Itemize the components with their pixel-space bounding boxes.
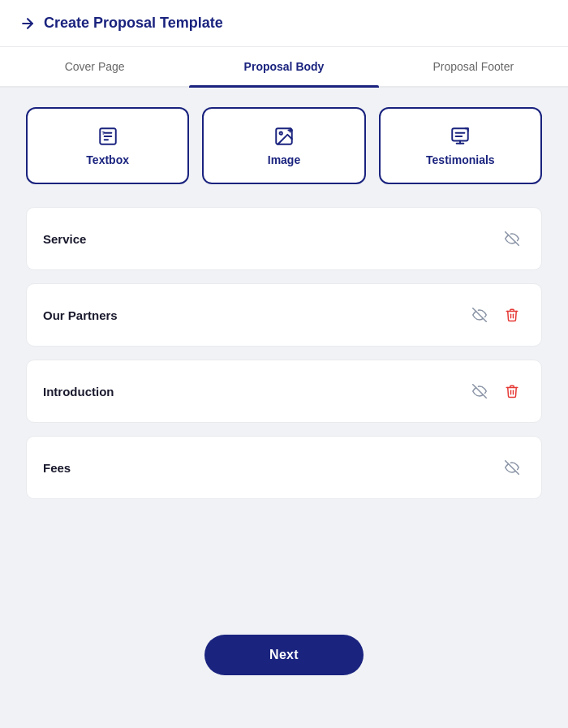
testimonials-icon — [450, 125, 471, 147]
section-our-partners-actions — [467, 302, 525, 328]
bottom-bar: Next — [0, 627, 568, 683]
introduction-delete-button[interactable] — [499, 378, 525, 404]
page-header: Create Proposal Template — [0, 0, 568, 47]
our-partners-delete-button[interactable] — [499, 302, 525, 328]
service-visibility-toggle[interactable] — [499, 226, 525, 252]
main-content: T Textbox Image — [0, 88, 568, 532]
eye-slash-icon — [505, 460, 519, 475]
tab-bar: Cover Page Proposal Body Proposal Footer — [0, 47, 568, 88]
section-fees: Fees — [26, 436, 542, 499]
introduction-visibility-toggle[interactable] — [467, 378, 493, 404]
textbox-button[interactable]: T Textbox — [26, 107, 189, 184]
tab-cover-page[interactable]: Cover Page — [0, 47, 189, 86]
tab-proposal-body[interactable]: Proposal Body — [189, 47, 378, 86]
fees-visibility-toggle[interactable] — [499, 454, 525, 480]
section-service: Service — [26, 207, 542, 270]
action-buttons-row: T Textbox Image — [26, 107, 542, 184]
section-our-partners: Our Partners — [26, 283, 542, 347]
section-introduction-actions — [467, 378, 525, 404]
delete-icon — [505, 308, 519, 322]
svg-point-7 — [280, 132, 282, 135]
section-fees-actions — [499, 454, 525, 480]
svg-rect-10 — [453, 129, 469, 141]
section-introduction: Introduction — [26, 360, 542, 423]
our-partners-visibility-toggle[interactable] — [467, 302, 493, 328]
eye-slash-icon — [472, 384, 487, 398]
textbox-icon: T — [97, 125, 118, 147]
tab-proposal-footer[interactable]: Proposal Footer — [379, 47, 568, 86]
image-icon — [273, 125, 295, 147]
delete-icon — [505, 384, 519, 398]
testimonials-button[interactable]: Testimonials — [379, 107, 542, 184]
page-title: Create Proposal Template — [44, 15, 223, 32]
next-button[interactable]: Next — [204, 635, 364, 675]
section-service-actions — [499, 226, 525, 252]
eye-slash-icon — [505, 231, 519, 246]
eye-slash-icon — [472, 308, 487, 322]
image-button[interactable]: Image — [202, 107, 365, 184]
arrow-icon — [19, 15, 36, 32]
